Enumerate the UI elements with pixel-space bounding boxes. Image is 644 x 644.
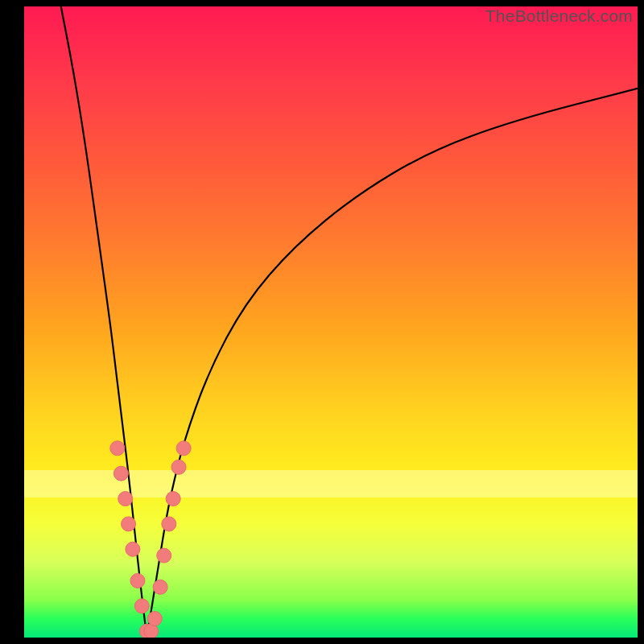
plot-area: TheBottleneck.com (24, 6, 638, 638)
marker-dot (147, 611, 162, 625)
marker-dot (110, 441, 125, 456)
marker-dot (166, 492, 180, 506)
curve-layer (24, 6, 638, 638)
marker-dot (134, 599, 149, 613)
marker-group (110, 441, 191, 638)
marker-dot (126, 542, 140, 556)
right-branch (147, 89, 638, 638)
marker-dot (176, 441, 191, 456)
watermark-text: TheBottleneck.com (485, 6, 633, 26)
marker-dot (118, 492, 133, 506)
marker-dot (171, 460, 186, 474)
marker-dot (162, 517, 176, 531)
marker-dot (130, 573, 145, 588)
bottleneck-curve (61, 6, 638, 638)
marker-dot (122, 517, 136, 531)
marker-dot (157, 548, 171, 563)
chart-frame: TheBottleneck.com (0, 0, 644, 644)
marker-dot (114, 466, 128, 481)
marker-dot (153, 580, 167, 594)
